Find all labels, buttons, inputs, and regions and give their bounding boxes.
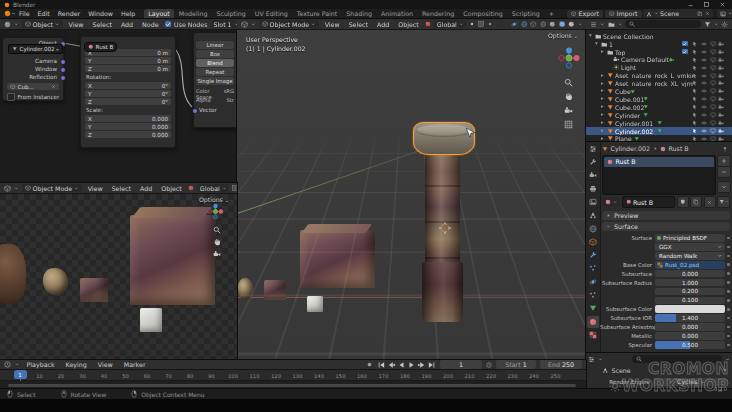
- timeline-menu-marker[interactable]: Marker: [121, 361, 149, 368]
- eye-icon[interactable]: [701, 41, 707, 47]
- timeline-ruler[interactable]: 1 10203040506070809010011012013014015016…: [0, 370, 586, 381]
- outliner-row-1[interactable]: ▾1: [586, 40, 732, 48]
- editor-type-icon[interactable]: [590, 21, 597, 28]
- animate-dot[interactable]: [727, 326, 730, 329]
- outliner-row-cube-001[interactable]: ▸Cube.001: [586, 95, 732, 103]
- properties-tab-physics[interactable]: [587, 276, 599, 288]
- editor-type-icon[interactable]: [4, 185, 11, 192]
- property-field-specular[interactable]: 0.500: [655, 341, 725, 349]
- shader-type-selector[interactable]: Object: [22, 20, 63, 29]
- properties-search-input[interactable]: [632, 355, 723, 363]
- zoom-icon[interactable]: [564, 78, 573, 87]
- socket-reflection[interactable]: [60, 75, 66, 81]
- render-canvas[interactable]: Options ⌄: [0, 194, 237, 360]
- small-cube-object[interactable]: [264, 280, 286, 300]
- render-engine-selector[interactable]: Cycles: [653, 378, 728, 387]
- clear-object-icon[interactable]: [51, 84, 56, 89]
- outliner-row-light[interactable]: Light: [586, 64, 732, 72]
- eye-icon[interactable]: [701, 120, 707, 126]
- animate-dot[interactable]: [727, 281, 730, 284]
- chevron-down-icon[interactable]: [725, 357, 730, 362]
- pin-icon[interactable]: [722, 146, 728, 152]
- import-button[interactable]: Import: [604, 9, 642, 19]
- slot-selector[interactable]: Slot 1: [211, 20, 237, 29]
- animate-dot[interactable]: [727, 299, 730, 302]
- pointer-icon[interactable]: [692, 120, 698, 126]
- timeline-track-area[interactable]: [0, 381, 586, 388]
- properties-tab-object[interactable]: [587, 236, 599, 248]
- outliner-search-input[interactable]: [625, 20, 701, 28]
- snap-target-icon[interactable]: [469, 21, 475, 27]
- disclosure-arrow[interactable]: ▸: [601, 135, 604, 141]
- mapping-scale-z[interactable]: Z0.000: [85, 131, 171, 138]
- breadcrumb-material[interactable]: Rust B: [669, 145, 689, 152]
- property-field-subsurface[interactable]: 0.000: [655, 270, 725, 278]
- cylinder-shaft-object[interactable]: [425, 151, 460, 267]
- animate-dot[interactable]: [727, 317, 730, 320]
- filter-icon[interactable]: [704, 21, 711, 28]
- pointer-icon[interactable]: [692, 73, 698, 79]
- close-button[interactable]: [719, 1, 726, 8]
- view-layer-selector[interactable]: View Layer: [717, 9, 732, 18]
- camera-icon[interactable]: [718, 112, 724, 118]
- monitor-icon[interactable]: [710, 57, 716, 63]
- viewport-menu-add[interactable]: Add: [374, 21, 392, 28]
- editor-type-icon[interactable]: [4, 21, 11, 28]
- pointer-icon[interactable]: [692, 57, 698, 63]
- pointer-icon[interactable]: [692, 96, 698, 102]
- transform-orientation-selector[interactable]: Global: [197, 184, 230, 193]
- navigation-gizmo[interactable]: [206, 202, 225, 221]
- transform-orientation-selector[interactable]: Global: [434, 20, 467, 29]
- shader-menu-select[interactable]: Select: [89, 21, 114, 28]
- cylinder-base-object[interactable]: [422, 262, 463, 322]
- properties-tab-material[interactable]: [587, 316, 599, 328]
- disclosure-arrow[interactable]: ▾: [595, 40, 598, 46]
- disclosure-arrow[interactable]: ▸: [601, 103, 604, 109]
- workspace-tab-layout[interactable]: Layout: [144, 9, 173, 18]
- properties-tab-particles[interactable]: [587, 262, 599, 274]
- unlink-material-button[interactable]: [704, 196, 716, 208]
- workspace-tab-rendering[interactable]: Rendering: [418, 9, 458, 18]
- white-cube-object[interactable]: [307, 296, 323, 312]
- viewport-menu-select[interactable]: Select: [346, 21, 371, 28]
- vector-input-socket[interactable]: [192, 108, 198, 114]
- workspace-tab-uv-editing[interactable]: UV Editing: [251, 9, 292, 18]
- image-node-box-button[interactable]: Box: [196, 50, 234, 58]
- editor-type-icon[interactable]: [241, 21, 248, 28]
- rock-object[interactable]: [238, 278, 253, 300]
- shader-menu-node[interactable]: Node: [139, 21, 161, 28]
- eye-icon[interactable]: [701, 73, 707, 79]
- browse-material-button[interactable]: [602, 197, 620, 207]
- zoom-icon[interactable]: [213, 226, 221, 234]
- outliner-row-top[interactable]: ▸Top: [586, 48, 732, 56]
- pointer-icon[interactable]: [692, 112, 698, 118]
- orthographic-toggle-icon[interactable]: [564, 120, 573, 129]
- properties-tab-tool[interactable]: [587, 156, 599, 168]
- timeline-menu-playback[interactable]: Playback: [24, 361, 58, 368]
- properties-tab-scene[interactable]: [587, 209, 599, 221]
- editor-type-icon[interactable]: [589, 145, 597, 153]
- slot-specials-button[interactable]: [717, 181, 731, 193]
- viewport-canvas[interactable]: User Perspective (1) 1 | Cylinder.002 Op…: [237, 30, 586, 360]
- camera-icon[interactable]: [718, 80, 724, 86]
- outliner-row-cube[interactable]: ▸Cube: [586, 87, 732, 95]
- animate-dot[interactable]: [727, 272, 730, 275]
- scene-selector[interactable]: Scene: [643, 9, 713, 18]
- disclosure-arrow[interactable]: ▸: [601, 127, 604, 133]
- animate-dot[interactable]: [727, 246, 730, 249]
- outliner-row-cylinder-002[interactable]: ▸Cylinder.002: [586, 127, 732, 135]
- pin-icon[interactable]: [722, 368, 728, 374]
- jump-to-start-button[interactable]: [377, 361, 386, 369]
- properties-tab-modifiers[interactable]: [587, 249, 599, 261]
- display-mode-icon[interactable]: [608, 21, 615, 28]
- blender-menu-icon[interactable]: [4, 10, 11, 17]
- node-graph-area[interactable]: Object Camera Window Reflection Cub... F…: [0, 30, 237, 183]
- monitor-icon[interactable]: [710, 104, 716, 110]
- breadcrumb-object[interactable]: Cylinder.002: [611, 145, 651, 152]
- outliner-row-aset-nature-rock-l-vmkicct-li[interactable]: ▸Aset_nature_rock_L_vmkicct_Li: [586, 72, 732, 80]
- eye-icon[interactable]: [701, 80, 707, 86]
- camera-view-icon[interactable]: [213, 250, 221, 258]
- disclosure-arrow[interactable]: ▸: [601, 72, 604, 78]
- proportional-editing-icon[interactable]: [487, 21, 493, 27]
- monitor-icon[interactable]: [710, 49, 716, 55]
